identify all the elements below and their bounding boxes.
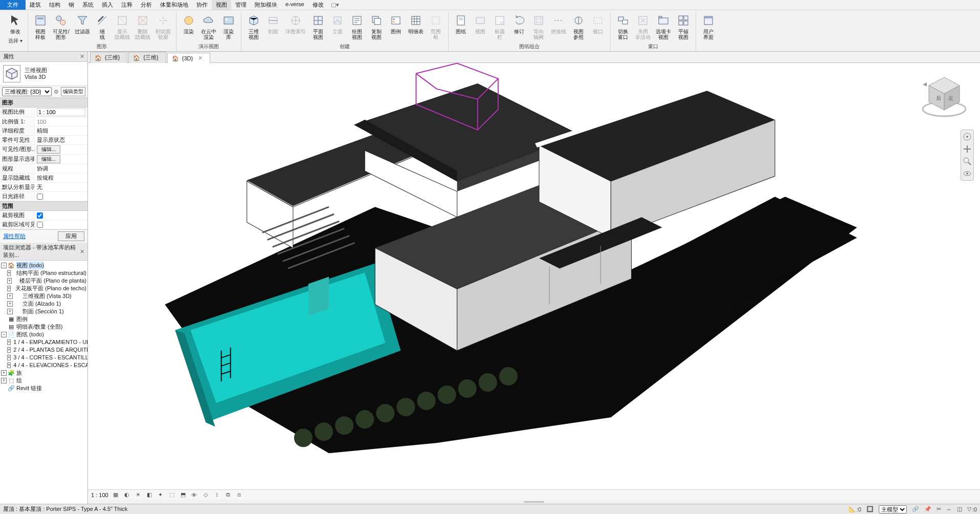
rendering-icon[interactable]: ✦ — [157, 491, 165, 499]
tree-expander-icon[interactable]: + — [7, 339, 11, 345]
tree-node[interactable]: +3 / 4 - CORTES - ESCANTILLO — [0, 354, 87, 361]
reveal-constraints-icon[interactable]: ⟟ — [213, 491, 221, 499]
menu-视图[interactable]: 视图 — [212, 0, 231, 10]
menu-结构[interactable]: 结构 — [45, 0, 64, 10]
ribbon-dup[interactable]: 复制 视图 — [367, 12, 386, 41]
properties-help-link[interactable]: 属性帮助 — [3, 232, 26, 240]
ribbon-switch[interactable]: 切换 窗口 — [614, 12, 632, 41]
tree-node[interactable]: +剖面 (Sección 1) — [0, 308, 87, 315]
ribbon-rev[interactable]: 修订 — [510, 12, 528, 41]
ribbon-sheet[interactable]: 图纸 — [452, 12, 470, 41]
close-icon[interactable]: ✕ — [80, 53, 84, 60]
view-cube[interactable]: 后 左 — [920, 72, 969, 121]
prop-checkbox[interactable] — [37, 194, 43, 200]
ribbon-plan[interactable]: 平面 视图 — [309, 12, 327, 41]
prop-edit-button[interactable]: 编辑... — [37, 155, 60, 163]
ribbon-draft[interactable]: 绘图 视图 — [348, 12, 366, 41]
ribbon-cloud[interactable]: 在云中 渲染 — [199, 12, 218, 41]
prop-dropdown[interactable]: 精细 — [37, 127, 48, 135]
prop-dropdown[interactable]: 协调 — [37, 165, 48, 173]
tree-expander-icon[interactable]: − — [1, 332, 7, 337]
menu-分析[interactable]: 分析 — [137, 0, 156, 10]
split-handle[interactable] — [88, 500, 980, 504]
tree-expander-icon[interactable]: + — [7, 293, 13, 299]
tree-expander-icon[interactable]: + — [7, 278, 12, 284]
background-icon[interactable]: ◫ — [957, 506, 962, 512]
menu-建筑[interactable]: 建筑 — [26, 0, 45, 10]
close-icon[interactable]: ✕ — [198, 55, 203, 61]
editable-only-icon[interactable]: 🔲 — [866, 506, 874, 512]
ribbon-legend[interactable]: 图例 — [387, 12, 405, 41]
tree-expander-icon[interactable]: + — [7, 355, 11, 360]
close-icon[interactable]: ✕ — [80, 248, 84, 255]
ribbon-filter[interactable]: 过滤器 — [73, 12, 92, 41]
drag-icon[interactable]: ↔ — [946, 506, 952, 512]
tree-node[interactable]: 🔗Revit 链接 — [0, 384, 87, 392]
detail-level-icon[interactable]: ▦ — [112, 491, 120, 499]
tree-node[interactable]: +三维视图 (Vista 3D) — [0, 292, 87, 300]
ribbon-render[interactable]: 渲染 — [180, 12, 198, 41]
gear-icon[interactable]: ⚙ — [54, 89, 59, 95]
menu-注释[interactable]: 注释 — [117, 0, 137, 10]
tree-node[interactable]: +天花板平面 (Plano de techo) — [0, 285, 87, 292]
ribbon-3d[interactable]: 三维 视图 — [244, 12, 263, 41]
unhide-icon[interactable]: 👁 — [190, 491, 198, 499]
menu-钢[interactable]: 钢 — [64, 0, 78, 10]
menu-附加模块[interactable]: 附加模块 — [251, 0, 281, 10]
tree-node[interactable]: +⬚组 — [0, 377, 87, 384]
view-tab[interactable]: 🏠{3D}✕ — [167, 53, 210, 63]
apply-button[interactable]: 应用 — [58, 231, 84, 241]
scale-label[interactable]: 1 : 100 — [91, 492, 108, 498]
ribbon-thin[interactable]: 细 线 — [93, 12, 112, 41]
pin-icon[interactable]: 📌 — [924, 506, 931, 512]
tree-expander-icon[interactable]: + — [1, 370, 7, 376]
pan-icon[interactable] — [963, 144, 972, 154]
tree-node[interactable]: +🧩族 — [0, 369, 87, 377]
prop-checkbox[interactable] — [37, 222, 43, 228]
tree-node[interactable]: +立面 (Alzado 1) — [0, 300, 87, 308]
orbit-icon[interactable] — [963, 169, 972, 178]
tree-expander-icon[interactable]: + — [7, 286, 11, 291]
menu-协作[interactable]: 协作 — [192, 0, 212, 10]
tree-node[interactable]: −🏠视图 (todo) — [0, 262, 87, 269]
zoom-icon[interactable] — [963, 157, 972, 166]
workset-dropdown[interactable]: 主模型 — [879, 505, 907, 513]
menu-修改[interactable]: 修改 — [308, 0, 328, 10]
project-tree[interactable]: −🏠视图 (todo)+结构平面 (Plano estructural)+楼层平… — [0, 261, 87, 504]
menu-管理[interactable]: 管理 — [231, 0, 251, 10]
tree-expander-icon[interactable]: − — [1, 263, 7, 268]
type-selector[interactable]: 三维视图 Vista 3D — [0, 62, 87, 85]
worksharing-icon[interactable]: ⧈ — [235, 491, 243, 499]
box-icon[interactable]: ▢▾ — [331, 2, 339, 8]
ribbon-tabv[interactable]: 选项卡 视图 — [654, 12, 673, 41]
crop-icon[interactable]: ⬚ — [168, 491, 176, 499]
prop-edit-button[interactable]: 编辑... — [37, 145, 60, 154]
filter-count[interactable]: ▽:0 — [967, 506, 977, 512]
menu-体量和场地[interactable]: 体量和场地 — [156, 0, 192, 10]
prop-dropdown[interactable]: 显示原状态 — [37, 136, 65, 144]
edit-type-button[interactable]: 编辑类型 — [61, 87, 85, 96]
ribbon-tile[interactable]: 平铺 视图 — [674, 12, 693, 41]
prop-input[interactable] — [37, 108, 85, 116]
tree-expander-icon[interactable]: + — [1, 378, 7, 383]
menu-e-verse[interactable]: e-verse — [281, 0, 308, 10]
tree-node[interactable]: ▤明细表/数量 (全部) — [0, 323, 87, 331]
instance-selector[interactable]: 三维视图: {3D} — [2, 87, 52, 96]
tree-node[interactable]: +楼层平面 (Plano de planta) — [0, 277, 87, 285]
analytical-icon[interactable]: ⧉ — [224, 491, 232, 499]
crop-region-icon[interactable]: ⬒ — [179, 491, 187, 499]
tree-expander-icon[interactable]: + — [7, 301, 13, 307]
ribbon-ui[interactable]: 用户 界面 — [699, 12, 718, 41]
ribbon-sched[interactable]: 明细表 — [406, 12, 426, 41]
menu-插入[interactable]: 插入 — [98, 0, 117, 10]
ribbon-cursor[interactable]: 修改 — [6, 12, 25, 35]
tree-node[interactable]: −📄图纸 (todo) — [0, 331, 87, 338]
menu-file[interactable]: 文件 — [0, 0, 26, 10]
snap-icon[interactable]: ✂ — [937, 506, 941, 512]
ribbon-vref[interactable]: 视图 参照 — [569, 12, 588, 41]
menu-系统[interactable]: 系统 — [78, 0, 98, 10]
visual-style-icon[interactable]: ◐ — [123, 491, 131, 499]
tree-expander-icon[interactable]: + — [7, 362, 11, 368]
shadows-icon[interactable]: ◧ — [145, 491, 153, 499]
link-select-icon[interactable]: 🔗 — [912, 506, 919, 512]
